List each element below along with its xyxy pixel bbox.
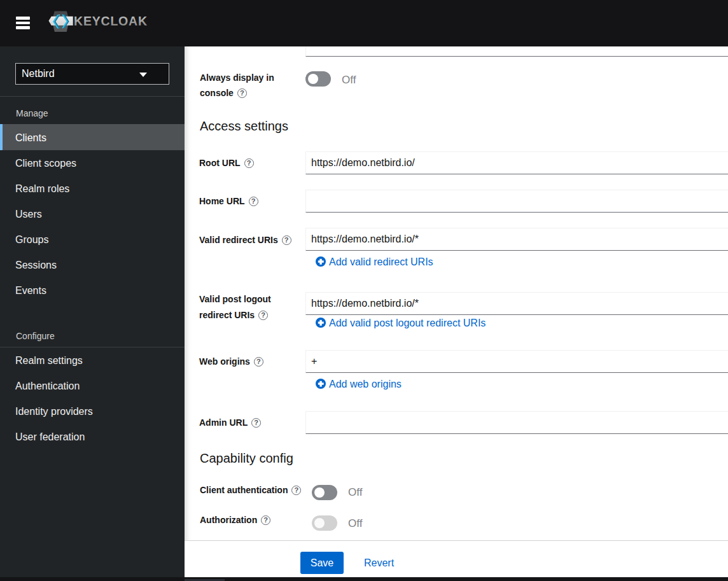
svg-text:KEYCLOAK: KEYCLOAK (74, 14, 148, 28)
